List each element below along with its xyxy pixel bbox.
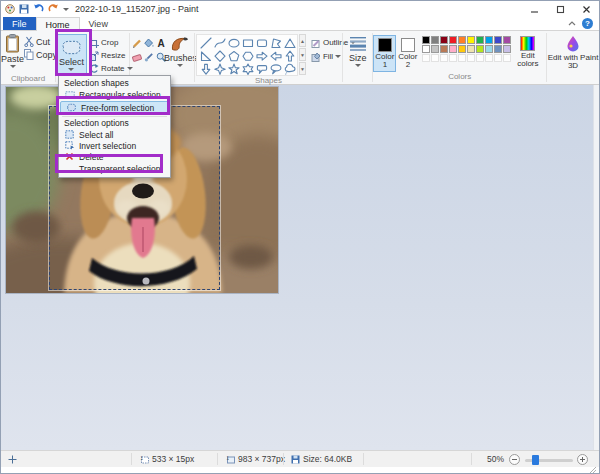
palette-swatch[interactable] (431, 45, 439, 53)
palette-swatch-empty[interactable] (494, 54, 502, 62)
menu-item-select-all[interactable]: Select all (59, 129, 170, 140)
palette-swatch-empty[interactable] (422, 54, 430, 62)
palette-swatch[interactable] (467, 36, 475, 44)
palette-swatch[interactable] (485, 36, 493, 44)
fill-tool[interactable] (144, 36, 155, 49)
size-button[interactable]: Size (349, 33, 367, 67)
help-icon[interactable]: ? (582, 18, 593, 29)
shape-arrow-down-icon[interactable] (200, 63, 212, 75)
palette-swatch[interactable] (503, 36, 511, 44)
vertical-scrollbar[interactable] (593, 85, 599, 450)
menu-item-transparent-selection[interactable]: Transparent selection (59, 162, 170, 175)
shape-callout-oval-icon[interactable] (270, 63, 282, 75)
crosshair-icon (8, 455, 17, 464)
palette-swatch[interactable] (458, 45, 466, 53)
color2-button[interactable]: Color 2 (396, 35, 419, 72)
resize-icon (89, 51, 99, 61)
palette-swatch[interactable] (449, 36, 457, 44)
zoom-in-button[interactable] (577, 451, 588, 467)
shape-arrow-right-icon[interactable] (256, 50, 268, 62)
shape-star-4-icon[interactable] (214, 63, 226, 75)
edit-colors-button[interactable]: Edit colors (513, 35, 542, 68)
resize-button[interactable]: Resize (89, 50, 133, 61)
menu-item-freeform-selection[interactable]: Free-form selection (60, 101, 169, 114)
shape-star-5-icon[interactable] (228, 63, 240, 75)
color1-button[interactable]: Color 1 (373, 35, 396, 72)
eyedropper-icon (144, 52, 154, 62)
palette-swatch[interactable] (422, 45, 430, 53)
shapes-more-button[interactable]: ▼ (299, 62, 306, 75)
close-button[interactable] (573, 1, 599, 17)
qat-dropdown-icon[interactable] (63, 8, 69, 11)
edit-with-paint3d-button[interactable]: Edit with Paint 3D (547, 33, 599, 70)
palette-swatch[interactable] (494, 45, 502, 53)
palette-swatch-empty[interactable] (431, 54, 439, 62)
color-picker-tool[interactable] (144, 50, 155, 63)
palette-swatch[interactable] (440, 36, 448, 44)
palette-swatch-empty[interactable] (467, 54, 475, 62)
menu-item-delete[interactable]: Delete (59, 151, 170, 162)
shapes-gallery[interactable] (196, 34, 298, 76)
shape-polygon-icon[interactable] (270, 37, 282, 49)
zoom-slider-thumb[interactable] (532, 455, 539, 465)
copy-button[interactable]: Copy (24, 49, 57, 60)
palette-swatch-empty[interactable] (476, 54, 484, 62)
maximize-button[interactable] (547, 1, 573, 17)
palette-swatch[interactable] (467, 45, 475, 53)
palette-swatch[interactable] (440, 45, 448, 53)
palette-swatch[interactable] (476, 45, 484, 53)
shape-pentagon-icon[interactable] (228, 50, 240, 62)
palette-swatch-empty[interactable] (485, 54, 493, 62)
shape-rectangle-icon[interactable] (242, 37, 254, 49)
shape-arrow-up-icon[interactable] (284, 50, 296, 62)
shape-line-icon[interactable] (200, 37, 212, 49)
paste-button[interactable]: Paste (1, 33, 24, 74)
select-all-icon (64, 130, 75, 139)
rotate-button[interactable]: Rotate (89, 63, 133, 74)
cut-button[interactable]: Cut (24, 36, 57, 47)
palette-swatch[interactable] (458, 36, 466, 44)
palette-swatch[interactable] (431, 36, 439, 44)
resize-grip-icon[interactable] (589, 467, 597, 473)
palette-swatch-empty[interactable] (449, 54, 457, 62)
shape-star-6-icon[interactable] (242, 63, 254, 75)
shape-arrow-left-icon[interactable] (270, 50, 282, 62)
collapse-ribbon-icon[interactable] (568, 21, 576, 26)
palette-swatch-empty[interactable] (503, 54, 511, 62)
palette-swatch-empty[interactable] (440, 54, 448, 62)
palette-swatch-empty[interactable] (458, 54, 466, 62)
menu-item-rectangular-selection[interactable]: Rectangular selection (59, 89, 170, 100)
select-button[interactable]: Select (56, 34, 87, 75)
shapes-scroll-down[interactable]: ▼ (299, 48, 306, 61)
save-icon[interactable] (19, 4, 29, 14)
shape-curve-icon[interactable] (214, 37, 226, 49)
shape-callout-rounded-icon[interactable] (256, 63, 268, 75)
shape-rounded-rectangle-icon[interactable] (256, 37, 268, 49)
menu-item-invert-selection[interactable]: Invert selection (59, 140, 170, 151)
palette-swatch[interactable] (422, 36, 430, 44)
shape-callout-cloud-icon[interactable] (284, 63, 296, 75)
palette-swatch[interactable] (449, 45, 457, 53)
palette-swatch[interactable] (476, 36, 484, 44)
shape-triangle-icon[interactable] (284, 37, 296, 49)
shape-diamond-icon[interactable] (214, 50, 226, 62)
tab-file[interactable]: File (3, 17, 36, 30)
crop-button[interactable]: Crop (89, 37, 133, 48)
tab-view[interactable]: View (80, 17, 117, 30)
group-size: Size (343, 31, 372, 84)
shape-hexagon-icon[interactable] (242, 50, 254, 62)
tab-home[interactable]: Home (36, 17, 80, 31)
palette-swatch[interactable] (494, 36, 502, 44)
pencil-tool[interactable] (132, 36, 143, 49)
zoom-out-button[interactable] (509, 451, 520, 467)
brushes-button[interactable]: Brushes (164, 33, 197, 67)
eraser-tool[interactable] (132, 50, 143, 63)
shape-right-triangle-icon[interactable] (200, 50, 212, 62)
undo-icon[interactable] (33, 4, 44, 14)
palette-swatch[interactable] (503, 45, 511, 53)
minimize-button[interactable] (521, 1, 547, 17)
redo-icon[interactable] (48, 4, 59, 14)
shapes-scroll-up[interactable]: ▲ (299, 34, 306, 47)
palette-swatch[interactable] (485, 45, 493, 53)
shape-oval-icon[interactable] (228, 37, 240, 49)
